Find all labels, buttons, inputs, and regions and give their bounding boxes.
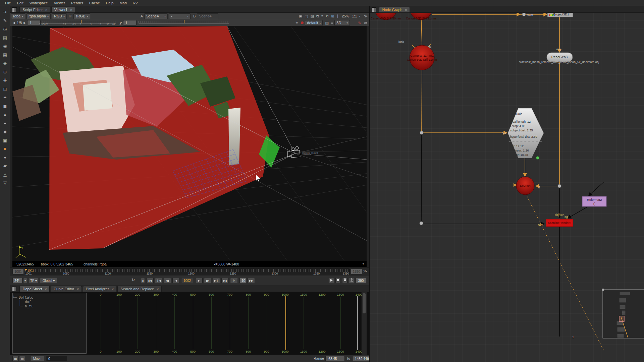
view-mode-dropdown[interactable]: 3D▾ xyxy=(334,20,350,26)
current-frame-field[interactable]: 1002 xyxy=(181,278,193,283)
menu-help[interactable]: Help xyxy=(103,1,117,5)
gain-next-icon[interactable]: ▶ xyxy=(23,21,26,24)
save-range-icon[interactable] xyxy=(349,278,354,283)
row2-overflow-icon[interactable]: ≫ xyxy=(364,21,367,25)
panel-menu-icon[interactable] xyxy=(12,7,17,12)
loop-button[interactable]: ↻ xyxy=(230,278,237,283)
tab-node-graph[interactable]: Node Graph✕ xyxy=(379,7,410,12)
keyer-icon[interactable]: ◈ xyxy=(1,60,9,67)
camera-view-icon[interactable]: ▤ xyxy=(325,21,328,25)
timeline-overflow-icon[interactable]: ≫ xyxy=(363,269,367,274)
dot-node[interactable] xyxy=(420,222,423,225)
image-icon[interactable]: ➔ xyxy=(1,9,9,15)
wire-camera-to-dot[interactable] xyxy=(422,70,422,131)
skip-amount-field[interactable]: 10 xyxy=(239,278,246,283)
deep-icon[interactable]: ◼ xyxy=(1,103,9,110)
step-back-button[interactable]: ◀▮ xyxy=(164,278,171,283)
dope-scrollbar[interactable] xyxy=(362,292,367,355)
tab-script-editor[interactable]: Script Editor✕ xyxy=(19,7,50,12)
threed-icon[interactable]: ■ xyxy=(1,145,9,152)
close-icon[interactable]: ✕ xyxy=(156,288,159,291)
move-value-field[interactable]: 0 xyxy=(46,356,67,361)
filter-icon[interactable]: ▦ xyxy=(1,52,9,58)
wire-dot-down[interactable] xyxy=(421,134,422,222)
script-icon[interactable]: △ xyxy=(1,171,9,178)
zoom-caret-icon[interactable]: ▾ xyxy=(359,15,360,18)
dot-node[interactable] xyxy=(420,131,423,134)
particles-icon[interactable]: ✦ xyxy=(1,94,9,101)
collapse-all-icon[interactable]: ▤ xyxy=(19,356,25,361)
clipping-warning-icon[interactable]: ▨ xyxy=(311,14,314,18)
dot-node[interactable] xyxy=(522,13,526,16)
tab-pixel-analyzer[interactable]: Pixel Analyzer✕ xyxy=(83,286,117,292)
record-dot-icon[interactable] xyxy=(301,21,304,24)
dope-grid[interactable]: 0010010020020030030040040050050060060070… xyxy=(87,292,361,355)
step-forward-button[interactable]: ▮▶ xyxy=(204,278,211,283)
prev-keyframe-button[interactable]: ↧◀ xyxy=(155,278,162,283)
range-start-field[interactable]: -68.45 xyxy=(325,356,345,361)
display-style-dropdown[interactable]: RGB▾ xyxy=(52,13,67,19)
sync-icon[interactable]: ↻ xyxy=(131,278,135,282)
gamma-slider[interactable] xyxy=(139,20,229,25)
wipe-dropdown[interactable]: -▾ xyxy=(169,13,191,19)
wire-canon-to-camera[interactable] xyxy=(421,20,422,45)
next-keyframe-button[interactable]: ▶↧ xyxy=(213,278,220,283)
lut-dropdown[interactable]: default▾ xyxy=(305,20,323,26)
frame-range-mode-dropdown[interactable]: Global ▾ xyxy=(40,278,57,283)
last-frame-field[interactable]: 390 xyxy=(356,278,366,283)
goto-start-button[interactable]: ▮◀ xyxy=(146,278,154,283)
transform-icon[interactable]: ✚ xyxy=(1,77,9,84)
dope-tree[interactable]: ┴─ DofCalc ├─ dof └─ h_fl xyxy=(12,293,87,354)
views-icon[interactable]: ▲ xyxy=(1,111,9,118)
lock-range-icon[interactable] xyxy=(342,278,347,283)
other-icon[interactable]: ▣ xyxy=(1,137,9,144)
roi-icon[interactable]: ⊞ xyxy=(331,14,334,18)
a-buffer-dropdown[interactable]: Scene4▾ xyxy=(144,13,168,19)
node-graph-canvas[interactable]: camimglookaxiscamobj/scnbg21Canon 60D St… xyxy=(370,13,644,362)
black-wires[interactable] xyxy=(421,134,604,337)
render-icon[interactable]: ♦ xyxy=(1,154,9,161)
channel-icon[interactable]: ▤ xyxy=(1,35,9,41)
mark-button[interactable]: ▮ xyxy=(141,278,145,283)
toolsets-icon[interactable]: ◆ xyxy=(1,128,9,135)
crop-icon[interactable]: ▢ xyxy=(305,14,308,18)
overlay-icon[interactable]: ⧉ xyxy=(316,14,319,18)
wireframe-icon[interactable]: ≡ xyxy=(331,21,333,25)
menu-render[interactable]: Render xyxy=(68,1,86,5)
menu-cache[interactable]: Cache xyxy=(86,1,103,5)
gain-slider[interactable]: 0.0156250.10.313103064 xyxy=(43,20,116,25)
minimap-viewport[interactable] xyxy=(619,316,624,321)
slider-marker[interactable] xyxy=(184,20,184,23)
b-buffer-dropdown[interactable]: Scene4 xyxy=(197,13,218,19)
colorspace-dropdown[interactable]: sRGB▾ xyxy=(73,13,90,19)
pause-icon[interactable]: ∥ xyxy=(337,14,339,18)
close-icon[interactable]: ✕ xyxy=(76,288,79,291)
tab-search-and-replace[interactable]: Search and Replace✕ xyxy=(117,286,161,292)
play-backward-button[interactable]: ◀ xyxy=(172,278,180,283)
merge-icon[interactable]: ⊕ xyxy=(1,69,9,75)
status-collapse-icon[interactable]: ▼ xyxy=(362,261,365,267)
close-icon[interactable]: ✕ xyxy=(70,8,72,12)
node-camera-11mm[interactable] xyxy=(410,45,434,70)
viewer-3d-canvas[interactable]: Camera_11mm1 y xyxy=(12,26,367,261)
play-forward-button[interactable]: ▶ xyxy=(195,278,203,283)
node-graph-minimap[interactable] xyxy=(602,289,644,338)
range-start-box[interactable]: 1001 xyxy=(12,268,24,275)
range-end-box[interactable]: 1390 xyxy=(351,268,362,275)
menu-viewer[interactable]: Viewer xyxy=(51,1,68,5)
expand-all-icon[interactable]: ▦ xyxy=(12,356,18,361)
channels-dropdown[interactable]: rgba.alpha▾ xyxy=(26,13,51,19)
frame-format-icon[interactable]: ▣ xyxy=(299,14,302,18)
guides-icon[interactable]: ≡ xyxy=(321,14,323,18)
time-icon[interactable]: ◷ xyxy=(1,26,9,33)
toolbar-overflow-icon[interactable]: ≫ xyxy=(364,14,367,18)
close-icon[interactable]: ✕ xyxy=(45,288,47,291)
gamma-value-field[interactable]: 1 xyxy=(123,20,137,25)
metadata-icon[interactable]: ● xyxy=(1,120,9,127)
slider-marker[interactable] xyxy=(81,20,82,23)
dope-tree-item-dofcalc[interactable]: ┴─ DofCalc xyxy=(13,295,86,300)
stop-icon[interactable] xyxy=(335,278,341,283)
timeline-ruler[interactable]: 100110501100115012001250130013501390 100… xyxy=(25,268,350,275)
color-icon[interactable]: ◉ xyxy=(1,43,9,50)
menu-edit[interactable]: Edit xyxy=(14,1,26,5)
